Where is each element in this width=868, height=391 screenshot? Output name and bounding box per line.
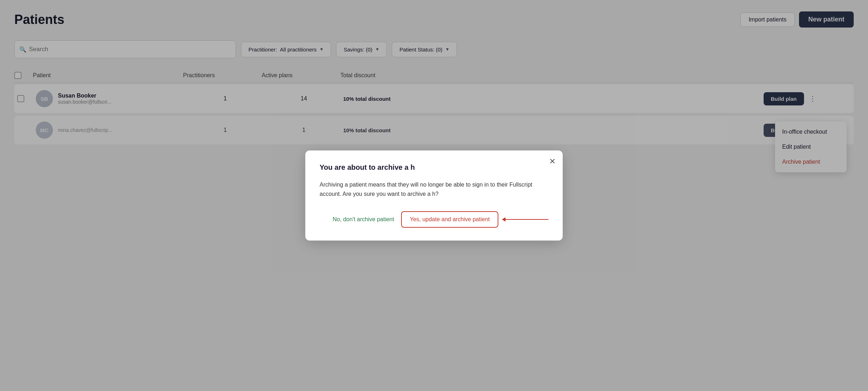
modal-body: Archiving a patient means that they will… — [320, 180, 548, 198]
modal-overlay[interactable]: ✕ You are about to archive a h Archiving… — [0, 0, 868, 391]
archive-modal: ✕ You are about to archive a h Archiving… — [305, 150, 563, 241]
arrow-line — [505, 219, 548, 220]
modal-actions: No, don't archive patient Yes, update an… — [320, 211, 548, 228]
yes-archive-button[interactable]: Yes, update and archive patient — [401, 211, 498, 228]
arrow-indicator — [505, 219, 548, 220]
modal-close-button[interactable]: ✕ — [549, 158, 556, 165]
modal-title: You are about to archive a h — [320, 163, 548, 172]
no-archive-button[interactable]: No, don't archive patient — [332, 216, 394, 223]
